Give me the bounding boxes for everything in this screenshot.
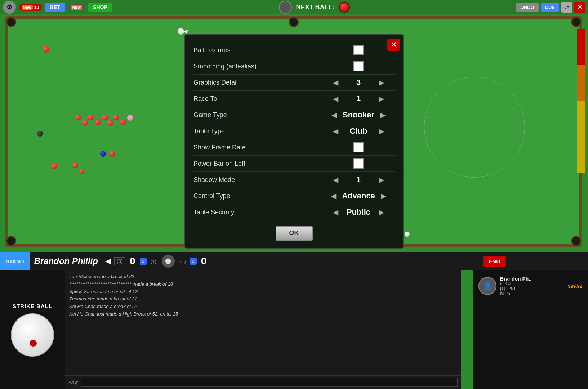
player-panel: 👤 Brandon Ph.. tbl 14* |T| 2291 lvl 25 $… <box>473 270 588 389</box>
ok-button[interactable]: OK <box>276 226 313 241</box>
chat-log: Lee Stokes made a break of 22 **********… <box>65 270 461 375</box>
top-bar-center: NEXT BALL: <box>112 1 516 14</box>
chat-input[interactable] <box>81 378 458 387</box>
game-type-prev[interactable]: ◀ <box>329 110 339 120</box>
top-bar: ⚙ NEW 10 BET NEW SHOP NEXT BALL: UNDO CU… <box>0 0 588 14</box>
table-security-control: ◀ Public ▶ <box>322 207 395 217</box>
settings-row-game-type: Game Type ◀ Snooker ▶ <box>193 107 395 123</box>
chat-area: Lee Stokes made a break of 22 **********… <box>65 270 461 389</box>
undo-button[interactable]: UNDO <box>516 3 538 12</box>
modal-overlay: ✕ Ball Textures Smoothing (anti-alias) ✔… <box>0 16 588 268</box>
settings-row-power-bar: Power Bar on Left <box>193 156 395 172</box>
game-type-control: ◀ Snooker ▶ <box>322 110 395 120</box>
close-game-button[interactable]: ✕ <box>574 2 585 13</box>
race-to-label: Race To <box>193 95 266 103</box>
chat-message-6: Kei Ho Chan just made a High Break of 52… <box>69 310 457 318</box>
settings-row-race-to: Race To ◀ 1 ▶ <box>193 91 395 107</box>
cue-ball-area: STRIKE BALL <box>0 270 65 389</box>
ball-textures-control <box>322 45 395 55</box>
settings-modal: ✕ Ball Textures Smoothing (anti-alias) ✔… <box>184 34 404 249</box>
table-type-value: Club <box>344 126 373 136</box>
say-label: Say: <box>68 380 79 385</box>
ball-textures-checkbox[interactable] <box>353 45 364 55</box>
settings-row-table-type: Table Type ◀ Club ▶ <box>193 123 395 139</box>
fullscreen-button[interactable]: ⤢ <box>561 2 572 13</box>
chat-message-1: Lee Stokes made a break of 22 <box>69 273 457 281</box>
table-security-next[interactable]: ▶ <box>377 207 386 217</box>
player-tier: |T| 2291 <box>500 286 564 291</box>
tbl-badge: tbl 14* <box>500 282 564 286</box>
control-type-control: ◀ Advance ▶ <box>322 191 395 201</box>
chat-message-2: ********************************** made … <box>69 281 457 288</box>
smoothing-label: Smoothing (anti-alias) <box>193 63 266 70</box>
bet-button[interactable]: BET <box>45 3 65 12</box>
power-bar-checkbox[interactable] <box>353 158 364 169</box>
table-security-prev[interactable]: ◀ <box>331 207 340 217</box>
coin-count: 10 <box>34 5 39 10</box>
race-to-control: ◀ 1 ▶ <box>322 94 395 104</box>
cue-ball-visual <box>11 313 54 357</box>
next-ball-icon <box>339 2 350 13</box>
shadow-mode-label: Shadow Mode <box>193 176 266 184</box>
show-frame-rate-checkbox[interactable] <box>353 142 364 152</box>
control-type-next[interactable]: ▶ <box>379 191 388 201</box>
ball-textures-label: Ball Textures <box>193 46 266 54</box>
chat-message-3: Spiros Xaros made a break of 13 <box>69 288 457 296</box>
game-type-label: Game Type <box>193 111 266 119</box>
graphics-detail-control: ◀ 3 ▶ <box>322 77 395 88</box>
graphics-detail-value: 3 <box>344 78 373 87</box>
control-type-value: Advance <box>342 191 375 201</box>
settings-row-table-security: Table Security ◀ Public ▶ <box>193 204 395 220</box>
top-bar-left: ⚙ NEW 10 BET NEW SHOP <box>0 1 112 14</box>
table-type-prev[interactable]: ◀ <box>331 126 340 136</box>
graphics-detail-prev[interactable]: ◀ <box>331 77 340 88</box>
player-card: 👤 Brandon Ph.. tbl 14* |T| 2291 lvl 25 $… <box>476 274 584 298</box>
chat-message-5: Kei Ho Chan made a break of 52 <box>69 303 457 310</box>
show-frame-rate-control <box>322 142 395 152</box>
player-level: lvl 25 <box>500 291 564 296</box>
chat-message-4: Thomas Yee made a break of 21 <box>69 295 457 303</box>
player-name-panel: Brandon Ph.. <box>500 276 564 282</box>
smoothing-control: ✔ <box>322 61 395 71</box>
cue-button[interactable]: CUE <box>541 3 559 12</box>
game-type-next[interactable]: ▶ <box>378 110 388 120</box>
shadow-mode-prev[interactable]: ◀ <box>331 175 340 185</box>
power-bar-control <box>322 158 395 169</box>
table-type-label: Table Type <box>193 128 266 135</box>
settings-row-control-type: Control Type ◀ Advance ▶ <box>193 188 395 204</box>
settings-row-show-frame-rate: Show Frame Rate <box>193 139 395 156</box>
race-to-next[interactable]: ▶ <box>377 94 386 104</box>
game-type-value: Snooker <box>343 110 374 120</box>
graphics-detail-next[interactable]: ▶ <box>377 77 386 88</box>
control-type-label: Control Type <box>193 192 266 200</box>
shadow-mode-control: ◀ 1 ▶ <box>322 175 395 185</box>
settings-row-smoothing: Smoothing (anti-alias) ✔ <box>193 58 395 75</box>
table-security-value: Public <box>344 207 373 217</box>
table-type-next[interactable]: ▶ <box>377 126 386 136</box>
settings-row-graphics-detail: Graphics Detail ◀ 3 ▶ <box>193 75 395 91</box>
table-type-control: ◀ Club ▶ <box>322 126 395 136</box>
next-ball-label: NEXT BALL: <box>296 4 335 11</box>
player-money: $99.92 <box>568 283 582 289</box>
cue-ball-dot <box>30 340 37 347</box>
settings-row-ball-textures: Ball Textures <box>193 42 395 58</box>
top-bar-right: UNDO CUE ⤢ ✕ <box>516 2 588 13</box>
modal-close-button[interactable]: ✕ <box>387 39 400 51</box>
shadow-mode-next[interactable]: ▶ <box>377 175 386 185</box>
control-type-prev[interactable]: ◀ <box>329 191 338 201</box>
smoothing-checkbox[interactable]: ✔ <box>353 61 364 71</box>
race-to-prev[interactable]: ◀ <box>331 94 340 104</box>
player-avatar: 👤 <box>478 277 496 295</box>
new-badge-coins: NEW <box>22 5 33 10</box>
race-to-value: 1 <box>344 94 373 103</box>
gear-button[interactable]: ⚙ <box>3 1 16 14</box>
ball-icon-header <box>279 1 292 14</box>
table-security-label: Table Security <box>193 209 266 216</box>
shop-button[interactable]: SHOP <box>88 3 112 12</box>
player-info: Brandon Ph.. tbl 14* |T| 2291 lvl 25 <box>500 276 564 296</box>
new-badge-shop: NEW <box>71 5 82 10</box>
chat-input-row: Say: <box>65 375 461 389</box>
power-bar-label: Power Bar on Left <box>193 160 266 167</box>
graphics-detail-label: Graphics Detail <box>193 79 266 86</box>
show-frame-rate-label: Show Frame Rate <box>193 144 266 151</box>
